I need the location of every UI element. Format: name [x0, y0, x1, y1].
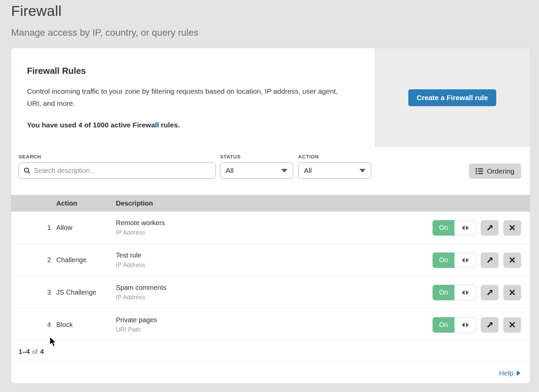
arrow-right-icon — [466, 225, 469, 230]
close-icon — [509, 257, 515, 263]
rule-controls: On — [433, 285, 521, 300]
table-row: 1 Allow Remote workers IP Address On — [11, 212, 530, 244]
close-icon — [509, 289, 515, 296]
edit-rule-button[interactable] — [481, 317, 499, 333]
delete-rule-button[interactable] — [503, 220, 521, 236]
help-link[interactable]: Help — [499, 369, 520, 377]
arrow-right-icon — [466, 290, 469, 295]
edit-rule-button[interactable] — [481, 252, 499, 268]
toggle-on-label: On — [433, 285, 454, 300]
toggle-handle[interactable] — [454, 252, 476, 268]
toggle-on-label: On — [433, 220, 454, 236]
arrow-right-icon — [466, 323, 469, 327]
card-usage-text: You have used 4 of 1000 active Firewall … — [27, 121, 358, 129]
pagination-summary: 1–4 of 4 — [11, 341, 530, 362]
status-label: STATUS — [220, 154, 293, 159]
wrench-icon — [486, 257, 494, 264]
pagination-of-text: of — [32, 348, 38, 356]
rule-match-type: IP Address — [116, 262, 433, 269]
firewall-rules-card-text: Firewall Rules Control incoming traffic … — [11, 48, 375, 147]
pagination-range: 1–4 — [19, 348, 30, 356]
page-title: Firewall — [11, 3, 198, 19]
create-firewall-rule-button[interactable]: Create a Firewall rule — [408, 89, 496, 106]
toggle-on-label: On — [433, 317, 454, 333]
rule-description-cell: Test rule IP Address — [116, 251, 433, 269]
card-title: Firewall Rules — [27, 66, 358, 76]
rule-enabled-toggle[interactable]: On — [433, 252, 476, 268]
wrench-icon — [486, 321, 494, 329]
arrow-left-icon — [462, 258, 465, 263]
toggle-on-label: On — [433, 252, 454, 268]
edit-rule-button[interactable] — [481, 220, 499, 236]
arrow-right-icon — [466, 258, 469, 263]
rule-description-cell: Private pages URI Path — [116, 316, 433, 333]
search-filter-group: SEARCH — [19, 154, 216, 179]
wrench-icon — [486, 289, 494, 296]
table-header-description: Description — [116, 200, 530, 207]
arrow-left-icon — [462, 290, 465, 295]
rule-enabled-toggle[interactable]: On — [433, 220, 476, 236]
delete-rule-button[interactable] — [503, 285, 521, 300]
filter-bar: SEARCH STATUS All ACTION — [11, 147, 530, 195]
ordering-button[interactable]: Ordering — [469, 163, 521, 179]
rule-description: Spam comments — [116, 284, 433, 292]
rule-description: Private pages — [116, 316, 433, 324]
rule-priority: 1 — [11, 224, 56, 232]
close-icon — [509, 224, 515, 231]
arrow-left-icon — [462, 225, 465, 230]
rule-controls: On — [433, 252, 521, 268]
table-row: 3 JS Challenge Spam comments IP Address … — [11, 276, 530, 309]
toggle-handle[interactable] — [454, 285, 476, 300]
delete-rule-button[interactable] — [503, 317, 521, 333]
edit-rule-button[interactable] — [481, 285, 499, 300]
firewall-rules-card-action-area: Create a Firewall rule — [375, 48, 530, 147]
action-select-value: All — [304, 167, 312, 175]
rule-action: Challenge — [56, 256, 116, 264]
rule-description: Test rule — [116, 251, 433, 259]
toggle-handle[interactable] — [454, 317, 476, 333]
rule-match-type: IP Address — [116, 229, 433, 236]
close-icon — [509, 322, 515, 328]
rule-description: Remote workers — [116, 219, 433, 227]
chevron-down-icon — [281, 169, 287, 173]
action-label: ACTION — [298, 154, 371, 159]
search-input[interactable] — [34, 167, 211, 175]
rule-action: Block — [56, 321, 116, 329]
help-link-label: Help — [499, 369, 513, 377]
rule-enabled-toggle[interactable]: On — [433, 317, 476, 333]
status-select-value: All — [226, 167, 233, 175]
delete-rule-button[interactable] — [503, 252, 521, 268]
rule-action: Allow — [56, 224, 116, 232]
rule-priority: 2 — [11, 256, 56, 264]
toggle-handle[interactable] — [454, 220, 476, 236]
wrench-icon — [486, 224, 494, 232]
table-header: Action Description — [11, 195, 530, 212]
firewall-panel: Firewall Rules Control incoming traffic … — [11, 48, 530, 383]
rule-description-cell: Remote workers IP Address — [116, 219, 433, 236]
page-header: Firewall Manage access by IP, country, o… — [11, 3, 198, 38]
rule-action: JS Challenge — [56, 289, 116, 296]
rule-priority: 3 — [11, 289, 56, 296]
table-header-action: Action — [56, 200, 116, 207]
page-subtitle: Manage access by IP, country, or query r… — [11, 27, 198, 38]
rule-priority: 4 — [11, 321, 56, 329]
search-label: SEARCH — [19, 154, 216, 159]
chevron-down-icon — [359, 169, 366, 173]
rule-match-type: URI Path — [116, 326, 433, 333]
action-select[interactable]: All — [298, 162, 371, 179]
rule-enabled-toggle[interactable]: On — [433, 285, 476, 300]
pagination-total: 4 — [40, 348, 44, 356]
card-description: Control incoming traffic to your zone by… — [27, 85, 349, 110]
rule-description-cell: Spam comments IP Address — [116, 284, 433, 301]
ordering-button-label: Ordering — [487, 167, 514, 175]
rule-controls: On — [433, 220, 521, 236]
rule-match-type: IP Address — [116, 294, 433, 301]
table-row: 4 Block Private pages URI Path On — [11, 309, 530, 341]
status-select[interactable]: All — [220, 162, 293, 179]
table-row: 2 Challenge Test rule IP Address On — [11, 244, 530, 276]
rule-controls: On — [433, 317, 521, 333]
action-filter-group: ACTION All — [298, 154, 371, 179]
panel-bottom-bar: Help — [11, 362, 530, 383]
search-box[interactable] — [19, 162, 216, 179]
arrow-left-icon — [462, 323, 465, 327]
